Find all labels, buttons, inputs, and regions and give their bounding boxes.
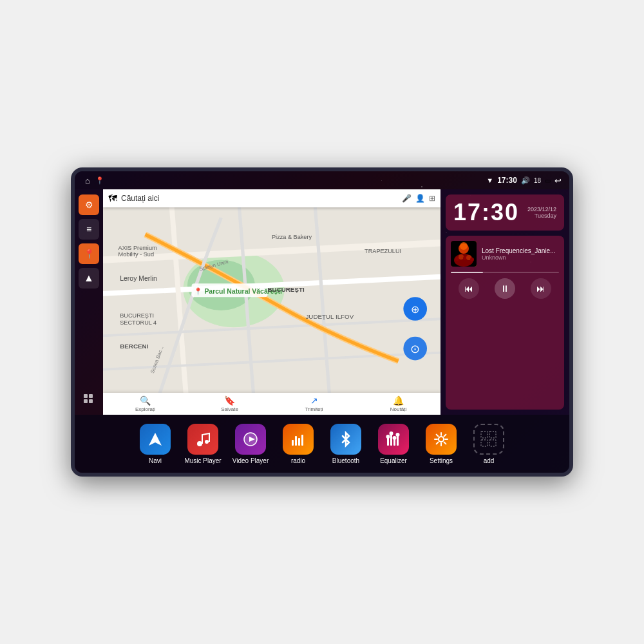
svg-rect-1 <box>89 394 93 398</box>
map-pin-icon[interactable]: 📍 <box>95 176 104 185</box>
home-icon[interactable]: ⌂ <box>85 176 90 185</box>
svg-text:Leroy Merlin: Leroy Merlin <box>120 275 157 282</box>
status-left: ⌂ 📍 <box>82 176 481 185</box>
music-player-label: Music Player <box>184 457 221 464</box>
bluetooth-icon <box>330 424 361 455</box>
maps-news-btn[interactable]: 🔔 Noutăți <box>356 395 440 412</box>
main-content: ⚙ ≡ 📍 ▲ <box>75 189 569 415</box>
map-container[interactable]: AXIS Premium Mobility - Sud Pizza & Bake… <box>103 189 440 415</box>
album-art <box>451 241 477 267</box>
right-panel: 17:30 2023/12/12 Tuesday <box>440 189 569 415</box>
navi-icon <box>140 424 171 455</box>
back-icon[interactable]: ↩ <box>554 176 562 185</box>
settings-icon: ⚙ <box>85 200 93 210</box>
svg-point-28 <box>460 242 468 250</box>
app-settings[interactable]: Settings <box>419 424 464 464</box>
settings-icon <box>426 424 457 455</box>
news-label: Noutăți <box>390 406 406 412</box>
music-progress-fill <box>451 272 483 273</box>
status-bar: ⌂ 📍 ▼ 17:30 🔊 18 ▭ ↩ <box>75 171 569 189</box>
svg-text:BUCUREȘTI: BUCUREȘTI <box>267 286 305 293</box>
wifi-icon: ▼ <box>486 176 493 184</box>
add-icon <box>473 424 504 455</box>
sidebar-nav-btn[interactable]: ▲ <box>79 268 99 289</box>
svg-rect-0 <box>84 394 88 398</box>
equalizer-label: Equalizer <box>380 457 407 464</box>
search-input[interactable]: Căutați aici <box>121 194 398 203</box>
music-widget: Lost Frequencies_Janie... Unknown ⏮ ⏸ <box>446 236 564 410</box>
music-text: Lost Frequencies_Janie... Unknown <box>482 247 559 261</box>
svg-point-48 <box>390 431 393 435</box>
svg-point-35 <box>197 441 202 446</box>
app-bluetooth[interactable]: Bluetooth <box>323 424 368 464</box>
svg-text:SECTORUL 4: SECTORUL 4 <box>120 319 156 326</box>
svg-point-50 <box>396 433 400 437</box>
svg-rect-42 <box>301 435 303 446</box>
navi-label: Navi <box>149 457 162 464</box>
svg-point-49 <box>393 436 397 440</box>
sidebar-settings-btn[interactable]: ⚙ <box>79 194 99 215</box>
svg-text:⊙: ⊙ <box>410 342 420 355</box>
account-icon[interactable]: 👤 <box>415 194 425 203</box>
saved-label: Salvate <box>221 406 238 412</box>
music-pause-btn[interactable]: ⏸ <box>495 278 515 299</box>
files-icon: ≡ <box>86 224 91 234</box>
nav-arrow-icon: ▲ <box>84 272 94 284</box>
svg-point-51 <box>439 437 444 442</box>
maps-saved-btn[interactable]: 🔖 Salvate <box>187 395 272 412</box>
svg-point-36 <box>205 440 209 444</box>
svg-text:Pizza & Bakery: Pizza & Bakery <box>272 234 312 240</box>
prev-icon: ⏮ <box>464 283 473 294</box>
svg-rect-2 <box>84 399 88 403</box>
svg-text:BERCENI: BERCENI <box>120 343 148 350</box>
svg-text:BUCUREȘTI: BUCUREȘTI <box>120 312 154 319</box>
mic-icon[interactable]: 🎤 <box>402 194 412 203</box>
volume-icon: 🔊 <box>521 176 530 185</box>
video-player-icon <box>235 424 266 455</box>
svg-text:AXIS Premium: AXIS Premium <box>118 245 157 251</box>
app-radio[interactable]: radio <box>276 424 321 464</box>
clock-day: Tuesday <box>527 213 556 219</box>
app-navi[interactable]: Navi <box>133 424 178 464</box>
app-grid: Navi Music Player <box>75 415 569 473</box>
layers-icon[interactable]: ⊞ <box>429 194 435 203</box>
music-title: Lost Frequencies_Janie... <box>482 247 559 254</box>
svg-point-47 <box>386 435 390 439</box>
svg-point-33 <box>470 258 474 261</box>
sidebar: ⚙ ≡ 📍 ▲ <box>75 189 103 415</box>
music-artist: Unknown <box>482 254 559 261</box>
map-svg: AXIS Premium Mobility - Sud Pizza & Bake… <box>103 189 440 415</box>
music-next-btn[interactable]: ⏭ <box>531 278 551 299</box>
svg-point-29 <box>455 257 459 261</box>
news-icon: 🔔 <box>393 395 404 406</box>
music-prev-btn[interactable]: ⏮ <box>459 278 479 299</box>
sidebar-grid-btn[interactable] <box>79 389 99 410</box>
app-equalizer[interactable]: Equalizer <box>371 424 416 464</box>
explore-icon: 🔍 <box>140 395 151 406</box>
svg-rect-3 <box>89 399 93 403</box>
svg-point-31 <box>463 256 467 260</box>
app-add[interactable]: add <box>466 424 511 464</box>
svg-text:JUDEȚUL ILFOV: JUDEȚUL ILFOV <box>305 313 354 320</box>
sidebar-maps-btn[interactable]: 📍 <box>79 243 99 264</box>
clock-time: 17:30 <box>453 201 519 224</box>
maps-explore-btn[interactable]: 🔍 Explorați <box>103 395 187 412</box>
svg-rect-54 <box>481 440 488 446</box>
pause-icon: ⏸ <box>500 283 509 294</box>
music-controls: ⏮ ⏸ ⏭ <box>451 278 559 299</box>
maps-share-btn[interactable]: ↗ Trimiteți <box>272 395 356 412</box>
music-info: Lost Frequencies_Janie... Unknown <box>451 241 559 267</box>
maps-search-bar[interactable]: 🗺 Căutați aici 🎤 👤 ⊞ <box>103 189 440 207</box>
app-video-player[interactable]: Video Player <box>228 424 273 464</box>
app-music-player[interactable]: Music Player <box>180 424 225 464</box>
settings-label: Settings <box>430 457 453 464</box>
sidebar-map-icon: 📍 <box>84 249 95 259</box>
grid-icon <box>83 393 95 405</box>
svg-text:Mobility - Sud: Mobility - Sud <box>118 251 154 258</box>
music-progress-bar[interactable] <box>451 272 559 273</box>
sidebar-files-btn[interactable]: ≡ <box>79 219 99 240</box>
svg-rect-44 <box>390 434 392 446</box>
svg-rect-52 <box>481 431 488 438</box>
saved-icon: 🔖 <box>224 395 235 406</box>
share-label: Trimiteți <box>305 406 323 412</box>
